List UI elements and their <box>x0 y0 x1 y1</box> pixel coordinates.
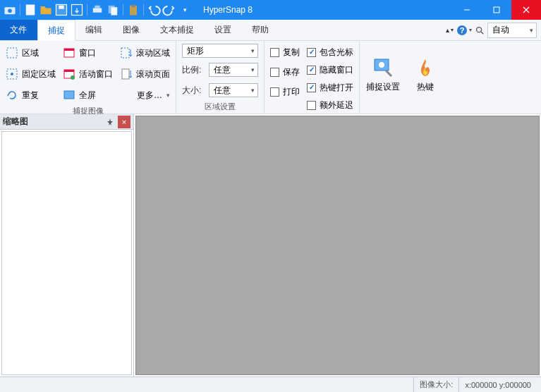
tab-settings[interactable]: 设置 <box>205 20 242 40</box>
shape-combo[interactable]: 矩形▾ <box>182 44 258 58</box>
status-bar: 图像大小: x:000000 y:000000 <box>0 376 541 392</box>
capture-scroll-page-button[interactable]: 滚动页面 <box>120 65 170 83</box>
pin-icon[interactable] <box>104 116 116 128</box>
svg-point-1 <box>8 8 12 13</box>
tab-image[interactable]: 图像 <box>113 20 150 40</box>
thumbnail-panel-header: 缩略图 × <box>0 114 133 130</box>
group-label-region: 区域设置 <box>182 100 258 112</box>
settings-wrench-icon <box>372 56 394 79</box>
svg-rect-30 <box>121 48 129 58</box>
capture-settings-button[interactable]: 捕捉设置 <box>365 44 401 102</box>
status-image-size: 图像大小: <box>413 377 458 392</box>
ribbon-group-capture-image: 区域 固定区域 重复 窗口 活动窗口 全屏 滚动区域 滚动页面 更多…▾ 捕捉图… <box>0 41 176 114</box>
minimize-button[interactable] <box>452 0 482 20</box>
tab-textcapture[interactable]: 文本捕捉 <box>150 20 205 40</box>
open-icon[interactable] <box>39 3 53 17</box>
title-bar: ▾ HyperSnap 8 <box>0 0 541 20</box>
checkbox-icon: ✓ <box>307 83 316 92</box>
active-window-icon <box>63 68 75 80</box>
svg-rect-31 <box>122 69 129 79</box>
window-controls <box>452 0 541 20</box>
menu-bar: 文件 捕捉 编辑 图像 文本捕捉 设置 帮助 ▴▾ ?▾ 自动 ▾ <box>0 20 541 41</box>
help-search-combo[interactable]: 自动 ▾ <box>487 23 537 38</box>
search-icon[interactable] <box>475 25 485 35</box>
collapse-ribbon-icon[interactable]: ▴▾ <box>446 26 454 34</box>
capture-fullscreen-button[interactable]: 全屏 <box>63 86 113 104</box>
checkbox-icon <box>307 101 316 110</box>
svg-rect-14 <box>494 7 499 13</box>
scroll-region-icon <box>120 47 133 59</box>
copy-icon[interactable] <box>106 3 120 17</box>
capture-repeat-button[interactable]: 重复 <box>6 86 56 104</box>
chk-save[interactable]: 保存 <box>270 63 300 80</box>
checkbox-icon: ✓ <box>307 48 316 57</box>
svg-rect-12 <box>132 5 135 8</box>
svg-rect-10 <box>111 7 118 15</box>
chk-extra-delay[interactable]: 额外延迟 <box>307 97 353 114</box>
tab-capture[interactable]: 捕捉 <box>37 20 75 41</box>
maximize-button[interactable] <box>482 0 511 20</box>
checkbox-icon <box>270 48 279 57</box>
camera-icon[interactable] <box>3 3 17 17</box>
chevron-down-icon: ▾ <box>251 66 255 73</box>
ribbon: 区域 固定区域 重复 窗口 活动窗口 全屏 滚动区域 滚动页面 更多…▾ 捕捉图… <box>0 41 541 114</box>
hotkey-flame-icon <box>414 56 437 79</box>
ratio-combo[interactable]: 任意▾ <box>209 63 258 77</box>
capture-scroll-region-button[interactable]: 滚动区域 <box>120 44 170 62</box>
editor-canvas[interactable] <box>135 116 540 375</box>
svg-rect-29 <box>64 91 74 99</box>
chk-hide-window[interactable]: ✓隐藏窗口 <box>307 61 353 78</box>
capture-active-window-button[interactable]: 活动窗口 <box>63 65 113 83</box>
chevron-down-icon: ▾ <box>251 87 255 94</box>
menubar-right-tools: ▴▾ ?▾ 自动 ▾ <box>446 20 541 40</box>
undo-icon[interactable] <box>147 3 161 17</box>
checkbox-icon <box>270 87 279 97</box>
svg-point-23 <box>11 73 13 75</box>
print-icon[interactable] <box>90 3 104 17</box>
repeat-icon <box>6 89 18 102</box>
capture-fixed-region-button[interactable]: 固定区域 <box>6 65 56 83</box>
thumbnail-panel-title: 缩略图 <box>3 116 28 128</box>
svg-rect-5 <box>59 6 64 9</box>
close-panel-button[interactable]: × <box>118 116 130 128</box>
chk-include-cursor[interactable]: ✓包含光标 <box>307 44 353 61</box>
tab-file[interactable]: 文件 <box>0 20 37 40</box>
content-area: 缩略图 × <box>0 114 541 376</box>
thumbnail-list[interactable] <box>1 131 132 375</box>
app-title: HyperSnap 8 <box>203 5 253 15</box>
save-as-icon[interactable] <box>70 3 84 17</box>
checkbox-icon <box>270 68 279 77</box>
close-button[interactable] <box>511 0 541 20</box>
capture-region-button[interactable]: 区域 <box>6 44 56 62</box>
svg-rect-25 <box>64 49 74 51</box>
chk-copy[interactable]: 复制 <box>270 44 300 61</box>
fullscreen-icon <box>63 89 75 102</box>
size-combo[interactable]: 任意▾ <box>209 83 258 97</box>
hotkey-button[interactable]: 热键 <box>408 44 443 102</box>
ribbon-group-settings: 捕捉设置 热键 <box>360 41 449 114</box>
svg-point-19 <box>477 27 482 32</box>
save-icon[interactable] <box>54 3 68 17</box>
region-icon <box>6 47 18 59</box>
chk-hotkey-open[interactable]: ✓热键打开 <box>307 79 353 96</box>
svg-rect-8 <box>95 6 100 8</box>
qat-more-icon[interactable]: ▾ <box>178 3 192 17</box>
capture-more-button[interactable]: 更多…▾ <box>120 86 170 104</box>
size-label: 大小: <box>182 85 205 97</box>
tab-help[interactable]: 帮助 <box>242 20 279 40</box>
tab-edit[interactable]: 编辑 <box>75 20 113 40</box>
ribbon-group-region-settings: 矩形▾ 比例: 任意▾ 大小: 任意▾ 区域设置 <box>176 41 265 114</box>
paste-icon[interactable] <box>126 3 140 17</box>
chevron-down-icon: ▾ <box>251 47 255 54</box>
checkbox-icon: ✓ <box>307 66 316 75</box>
redo-icon[interactable] <box>162 3 176 17</box>
svg-point-33 <box>379 62 384 68</box>
quick-access-toolbar: ▾ <box>0 3 195 17</box>
svg-rect-21 <box>7 48 17 58</box>
capture-window-button[interactable]: 窗口 <box>63 44 113 62</box>
svg-rect-27 <box>64 70 74 72</box>
svg-line-20 <box>481 31 484 34</box>
help-icon[interactable]: ?▾ <box>456 25 472 36</box>
chk-print[interactable]: 打印 <box>270 83 300 100</box>
new-icon[interactable] <box>23 3 37 17</box>
